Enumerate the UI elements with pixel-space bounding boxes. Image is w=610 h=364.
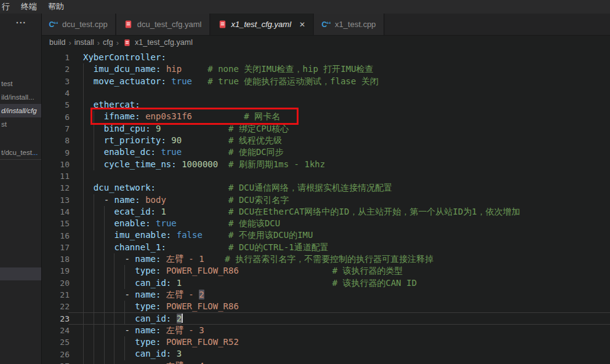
menu-item-2[interactable]: 帮助: [42, 1, 70, 12]
tab-dcu_test-cpp[interactable]: C++dcu_test.cpp: [41, 14, 116, 35]
code-line-17[interactable]: 17 channel_1: # DCU的CTRL-1通道配置: [41, 242, 610, 253]
line-number[interactable]: 17: [41, 243, 70, 252]
code-line-text: - name: 左臂 - 1 # 执行器索引名字，不需要控制的执行器可直接注释掉: [83, 253, 433, 265]
line-number[interactable]: 11: [41, 172, 70, 181]
code-line-14[interactable]: 14 ecat_id: 1 # DCU在EtherCAT网络中的ID，从主站开始…: [41, 206, 610, 218]
line-number[interactable]: 25: [41, 338, 70, 347]
code-line-25[interactable]: 25 type: POWER_FLOW_R52: [41, 336, 610, 348]
line-number[interactable]: 18: [41, 255, 70, 264]
menu-item-1[interactable]: 终端: [15, 1, 42, 12]
line-number[interactable]: 4: [41, 89, 70, 98]
line-number[interactable]: 13: [41, 196, 70, 205]
code-token: POWER_FLOW_R86: [166, 266, 239, 275]
close-icon[interactable]: ✕: [299, 21, 305, 28]
line-number[interactable]: 26: [41, 350, 70, 359]
code-line-11[interactable]: 11: [41, 170, 610, 182]
tab-dcu_test_cfg-yaml[interactable]: dcu_test_cfg.yaml: [116, 14, 211, 35]
line-number[interactable]: 27: [41, 362, 70, 364]
code-token: [140, 111, 145, 121]
line-number[interactable]: 19: [41, 266, 70, 275]
menu-item-0[interactable]: 行: [0, 1, 15, 12]
code-line-19[interactable]: 19 type: POWER_FLOW_R86 # 该执行器的类型: [41, 265, 610, 277]
menu-bar: 行终端帮助: [0, 0, 610, 14]
code-line-23[interactable]: 23 can_id: 2: [41, 313, 610, 325]
code-token: [83, 301, 135, 311]
code-token: -: [83, 325, 135, 335]
code-token: ecat_id:: [114, 207, 156, 216]
line-number[interactable]: 2: [41, 65, 70, 74]
more-actions-icon[interactable]: ···: [16, 18, 26, 27]
line-number[interactable]: 21: [41, 290, 70, 299]
line-number[interactable]: 3: [41, 77, 70, 86]
yaml-file-icon: [124, 20, 133, 29]
code-line-8[interactable]: 8 rt_priority: 90 # 线程优先级: [41, 135, 610, 146]
code-token: [192, 111, 244, 121]
line-number[interactable]: 1: [41, 53, 70, 62]
tab-x1_test_cfg-yaml[interactable]: x1_test_cfg.yaml✕: [211, 14, 315, 35]
code-line-18[interactable]: 18 - name: 左臂 - 1 # 执行器索引名字，不需要控制的执行器可直接…: [41, 253, 610, 265]
panel-item[interactable]: d/install/cfg: [1, 106, 37, 116]
breadcrumb-item-cfg[interactable]: cfg: [103, 38, 113, 47]
code-token: # 使能DC同步: [228, 147, 284, 157]
code-line-7[interactable]: 7 bind_cpu: 9 # 绑定CPU核心: [41, 123, 610, 135]
line-number[interactable]: 16: [41, 231, 70, 240]
code-line-10[interactable]: 10 cycle_time_ns: 1000000 # 刷新周期1ms - 1k…: [41, 159, 610, 170]
code-line-3[interactable]: 3 move_actuator: true # true 使能执行器运动测试，f…: [41, 76, 610, 87]
tab-label: dcu_test_cfg.yaml: [137, 20, 202, 29]
panel-item[interactable]: test: [1, 79, 13, 89]
line-number[interactable]: 8: [41, 136, 70, 145]
code-line-2[interactable]: 2 imu_dcu_name: hip # none 关闭IMU检查，hip 打…: [41, 63, 610, 75]
code-line-4[interactable]: 4: [41, 87, 610, 99]
panel-item[interactable]: ild/install...: [1, 92, 34, 102]
code-token: 1000000: [182, 159, 218, 169]
line-number[interactable]: 10: [41, 160, 70, 169]
line-number[interactable]: 20: [41, 279, 70, 288]
line-number[interactable]: 5: [41, 100, 70, 109]
breadcrumb-item-build[interactable]: build: [49, 38, 65, 47]
panel-item[interactable]: t/dcu_test...: [1, 148, 38, 157]
code-token: [83, 278, 135, 288]
line-number[interactable]: 22: [41, 302, 70, 311]
code-token: [83, 266, 135, 275]
code-line-1[interactable]: 1XyberController:: [41, 52, 610, 63]
line-number[interactable]: 24: [41, 326, 70, 335]
code-line-text: enable_dc: true # 使能DC同步: [83, 146, 284, 158]
line-number[interactable]: 7: [41, 124, 70, 133]
code-token: name:: [135, 325, 161, 335]
code-line-12[interactable]: 12 dcu_network: # DCU通信网络，请根据实机连接情况配置: [41, 182, 610, 194]
line-number[interactable]: 6: [41, 113, 70, 122]
code-line-21[interactable]: 21 - name: 左臂 - 2: [41, 289, 610, 301]
code-line-9[interactable]: 9 enable_dc: true # 使能DC同步: [41, 146, 610, 158]
code-line-27[interactable]: 27 - name: 左臂 - 4: [41, 360, 610, 364]
code-token: [203, 230, 228, 240]
code-token: enable_dc:: [104, 147, 156, 157]
line-number[interactable]: 14: [41, 207, 70, 216]
code-token: rt_priority:: [104, 135, 166, 145]
code-token: imu_dcu_name:: [94, 64, 161, 74]
code-token: # 执行器索引名字，不需要控制的执行器可直接注释掉: [225, 254, 433, 264]
code-line-text: bind_cpu: 9 # 绑定CPU核心: [83, 123, 289, 135]
code-line-22[interactable]: 22 type: POWER_FLOW_R86: [41, 301, 610, 312]
code-line-15[interactable]: 15 enable: true # 使能该DCU: [41, 218, 610, 229]
code-line-5[interactable]: 5 ethercat:: [41, 99, 610, 111]
code-line-26[interactable]: 26 can_id: 3: [41, 348, 610, 360]
code-line-24[interactable]: 24 - name: 左臂 - 3: [41, 325, 610, 336]
chevron-right-icon: ›: [68, 38, 71, 47]
code-token: hip: [166, 64, 182, 74]
code-line-20[interactable]: 20 can_id: 1 # 该执行器的CAN ID: [41, 277, 610, 289]
code-line-16[interactable]: 16 imu_enable: false # 不使用该DCU的IMU: [41, 229, 610, 241]
breadcrumb-item-file[interactable]: x1_test_cfg.yaml: [135, 38, 193, 47]
tab-x1_test-cpp[interactable]: C++x1_test.cpp: [314, 14, 385, 35]
line-number[interactable]: 15: [41, 219, 70, 228]
code-line-6[interactable]: 6 ifname: enp0s31f6 # 网卡名: [41, 111, 610, 122]
line-number[interactable]: 9: [41, 148, 70, 157]
code-token: cycle_time_ns:: [104, 159, 177, 169]
chevron-right-icon: ›: [116, 38, 119, 47]
panel-item[interactable]: st: [1, 119, 7, 129]
breadcrumb-item-install[interactable]: install: [74, 38, 94, 47]
code-line-13[interactable]: 13 - name: body # DCU索引名字: [41, 194, 610, 206]
line-number[interactable]: 12: [41, 183, 70, 192]
code-token: # 网卡名: [244, 111, 280, 121]
code-editor[interactable]: 1XyberController:2 imu_dcu_name: hip # n…: [41, 49, 610, 364]
line-number[interactable]: 23: [41, 314, 70, 323]
